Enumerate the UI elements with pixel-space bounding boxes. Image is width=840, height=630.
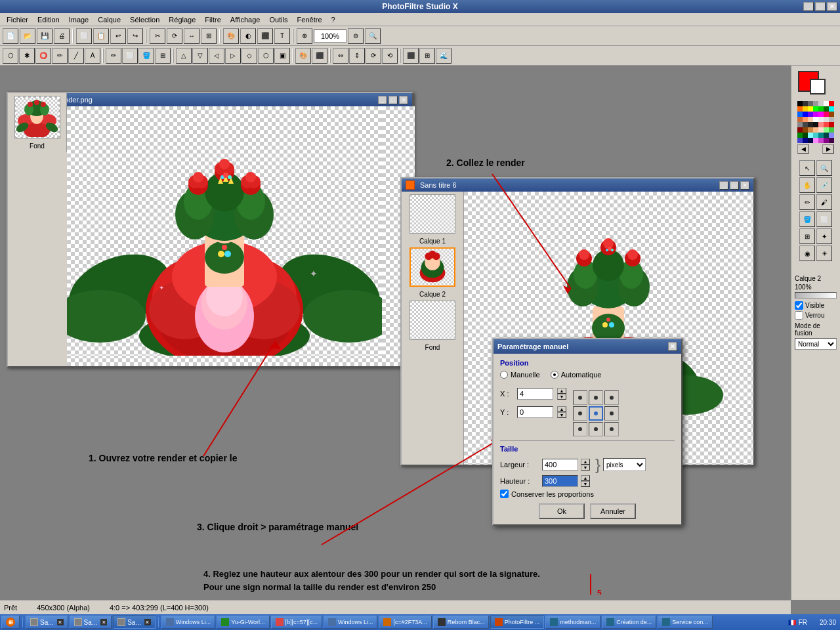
palette-color-cell[interactable]: [818, 127, 824, 133]
window1-close[interactable]: ✕: [399, 96, 408, 104]
taskbar-yugi[interactable]: Yu-Gi-Worl...: [217, 616, 269, 629]
menu-selection[interactable]: Sélection: [126, 14, 163, 25]
taskbar-item-2[interactable]: Sa... ✕: [70, 616, 112, 629]
tray-flag[interactable]: 🇫🇷: [788, 619, 796, 626]
menu-edition[interactable]: Edition: [33, 14, 64, 25]
palette-color-cell[interactable]: [829, 112, 834, 117]
menu-fichier[interactable]: Fichier: [3, 14, 32, 25]
palette-color-cell[interactable]: [829, 101, 834, 106]
tool-rotate2[interactable]: ⟳: [366, 48, 381, 64]
width-spin-up[interactable]: ▲: [581, 459, 590, 465]
image-window-1-titlebar[interactable]: TytannialRender.png _ □ ✕: [8, 93, 412, 106]
palette-color-cell[interactable]: [813, 106, 818, 112]
rotate-button[interactable]: ⟳: [167, 28, 182, 44]
cursor-tool[interactable]: ↖: [799, 160, 815, 176]
palette-color-cell[interactable]: [797, 101, 803, 106]
palette-color-cell[interactable]: [818, 112, 824, 117]
palette-color-cell[interactable]: [818, 117, 824, 122]
eraser-tool[interactable]: ⬜: [816, 211, 832, 227]
y-spin-up[interactable]: ▲: [557, 406, 566, 412]
zoom-in-button[interactable]: ⊕: [297, 28, 312, 44]
tool-pencil[interactable]: ✏: [106, 48, 121, 64]
y-input[interactable]: [517, 406, 553, 418]
pos-mr[interactable]: [604, 406, 619, 421]
text-button[interactable]: T: [274, 28, 290, 44]
pos-tr[interactable]: [604, 390, 619, 405]
palette-color-cell[interactable]: [797, 138, 803, 143]
tool-shape7[interactable]: ▣: [274, 48, 290, 64]
dialog-close-button[interactable]: ✕: [668, 342, 677, 351]
palette-color-cell[interactable]: [824, 133, 829, 138]
paste-button[interactable]: 📋: [93, 28, 109, 44]
palette-color-cell[interactable]: [813, 101, 818, 106]
palette-color-cell[interactable]: [818, 122, 824, 127]
palette-color-cell[interactable]: [813, 117, 818, 122]
manuelle-radio[interactable]: [500, 371, 508, 379]
taskbar-close-3[interactable]: ✕: [144, 619, 151, 625]
height-input[interactable]: [542, 475, 578, 487]
palette-color-cell[interactable]: [803, 127, 808, 133]
palette-color-cell[interactable]: [797, 133, 803, 138]
undo-button[interactable]: ↩: [110, 28, 126, 44]
tool-select[interactable]: ⬡: [3, 48, 18, 64]
palette-next[interactable]: ▶: [822, 144, 834, 154]
zoom-out-button[interactable]: ⊖: [348, 28, 364, 44]
window1-maximize[interactable]: □: [388, 96, 398, 104]
palette-color-cell[interactable]: [808, 127, 813, 133]
zoom-tool[interactable]: 🔍: [816, 160, 832, 176]
height-spin-up[interactable]: ▲: [581, 475, 590, 481]
tool-shape3[interactable]: ◁: [209, 48, 224, 64]
palette-color-cell[interactable]: [813, 122, 818, 127]
tool-lasso[interactable]: ⭕: [35, 48, 51, 64]
palette-color-cell[interactable]: [803, 101, 808, 106]
menu-affichage[interactable]: Affichage: [226, 14, 264, 25]
taskbar-bbcode[interactable]: [b][c=57][c...: [271, 616, 322, 629]
palette-color-cell[interactable]: [824, 112, 829, 117]
taskbar-service[interactable]: Service con...: [658, 616, 713, 629]
taskbar-reborn[interactable]: Reborn Blac...: [433, 616, 489, 629]
menu-calque[interactable]: Calque: [94, 14, 125, 25]
palette-color-cell[interactable]: [824, 127, 829, 133]
pos-tl[interactable]: [573, 390, 587, 405]
palette-color-cell[interactable]: [813, 112, 818, 117]
palette-color-cell[interactable]: [824, 117, 829, 122]
pos-mc[interactable]: [589, 406, 603, 421]
tool-flip-h[interactable]: ⇔: [333, 48, 348, 64]
window2-close[interactable]: ✕: [740, 181, 749, 190]
tool-stamp[interactable]: ⊞: [155, 48, 171, 64]
palette-color-cell[interactable]: [808, 117, 813, 122]
x-spin-up[interactable]: ▲: [557, 388, 566, 394]
palette-color-cell[interactable]: [803, 112, 808, 117]
units-select[interactable]: pixels % cm: [603, 458, 646, 471]
palette-color-cell[interactable]: [829, 138, 834, 143]
palette-color-cell[interactable]: [813, 127, 818, 133]
layer-calque1[interactable]: [410, 194, 455, 234]
crop-button[interactable]: ✂: [150, 28, 165, 44]
fit-button[interactable]: 🔍: [365, 28, 381, 44]
palette-color-cell[interactable]: [818, 101, 824, 106]
window2-minimize[interactable]: _: [719, 181, 728, 190]
palette-color-cell[interactable]: [818, 138, 824, 143]
palette-color-cell[interactable]: [808, 112, 813, 117]
heal-tool[interactable]: ✦: [816, 228, 832, 244]
ok-button[interactable]: Ok: [539, 503, 585, 519]
menu-outils[interactable]: Outils: [265, 14, 291, 25]
brush-tool[interactable]: ✏: [799, 194, 815, 210]
pos-br[interactable]: [604, 422, 619, 436]
taskbar-close-2[interactable]: ✕: [100, 619, 107, 625]
layer-thumb-fond[interactable]: [14, 96, 60, 138]
palette-color-cell[interactable]: [829, 122, 834, 127]
start-button[interactable]: ⊞: [1, 616, 20, 629]
taskbar-close-1[interactable]: ✕: [57, 619, 64, 625]
background-color[interactable]: [810, 79, 826, 94]
window2-maximize[interactable]: □: [730, 181, 739, 190]
menu-fenetre[interactable]: Fenêtre: [293, 14, 326, 25]
blur-tool[interactable]: ◉: [799, 245, 815, 261]
palette-color-cell[interactable]: [803, 133, 808, 138]
zoom-input[interactable]: 100%: [314, 30, 346, 43]
tool-extra1[interactable]: ⬛: [403, 48, 419, 64]
copy-button[interactable]: ⬜: [76, 28, 92, 44]
proportions-checkbox[interactable]: [500, 490, 509, 498]
layer-calque2[interactable]: [410, 247, 455, 287]
dialog-titlebar[interactable]: Paramétrage manuel ✕: [494, 339, 681, 354]
